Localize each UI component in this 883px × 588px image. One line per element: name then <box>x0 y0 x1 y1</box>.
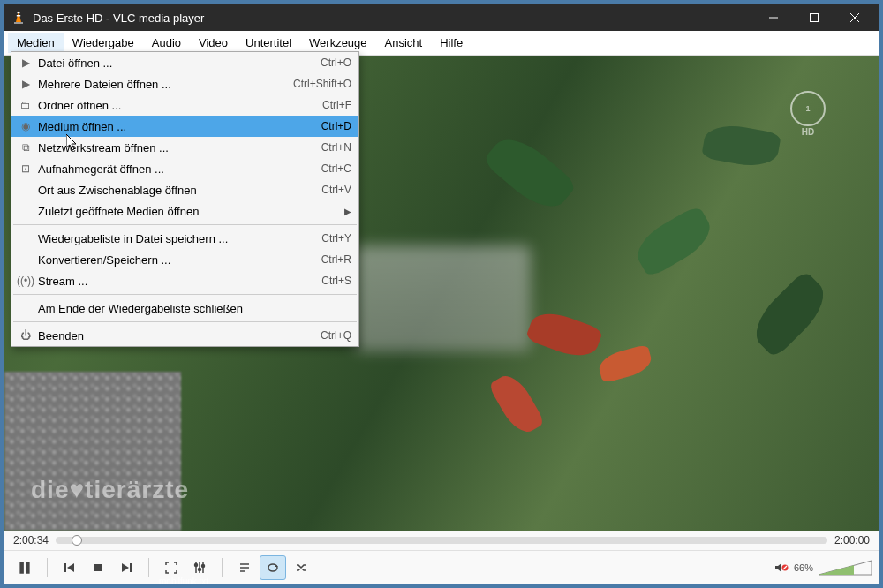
menu-untertitel[interactable]: Untertitel <box>237 33 300 53</box>
playlist-button[interactable] <box>231 555 258 580</box>
disc-icon: ◉ <box>17 120 34 132</box>
menu-open-folder[interactable]: 🗀 Ordner öffnen ... Ctrl+F <box>11 94 358 116</box>
controls-bar: 66% <box>4 550 879 584</box>
broadcast-watermark: die♥tierärzte <box>31 476 189 504</box>
quit-icon: ⏻ <box>17 329 34 342</box>
folder-icon: 🗀 <box>17 99 34 111</box>
taskbar-filename: mobilfunk.txt <box>159 577 208 586</box>
menu-open-multiple[interactable]: ▶ Mehrere Dateien öffnen ... Ctrl+Shift+… <box>11 73 358 94</box>
pause-button[interactable] <box>11 555 38 580</box>
volume-percent: 66% <box>794 562 813 573</box>
svg-rect-12 <box>94 564 102 571</box>
loop-button[interactable] <box>260 555 286 580</box>
menu-recent-media[interactable]: Zuletzt geöffnete Medien öffnen ▶ <box>11 200 358 222</box>
seek-slider[interactable] <box>56 537 827 544</box>
time-elapsed[interactable]: 2:00:34 <box>13 534 49 547</box>
stream-icon: ((•)) <box>17 275 34 287</box>
medien-dropdown: ▶ Datei öffnen ... Ctrl+O ▶ Mehrere Date… <box>11 51 359 347</box>
svg-marker-25 <box>775 563 781 572</box>
svg-rect-10 <box>64 563 66 572</box>
svg-point-18 <box>195 563 198 566</box>
svg-rect-9 <box>26 562 30 574</box>
menu-quit-after-playlist[interactable]: Am Ende der Wiedergabeliste schließen <box>11 298 358 319</box>
vlc-cone-icon <box>11 11 26 25</box>
menu-save-playlist[interactable]: Wiedergabeliste in Datei speichern ... C… <box>11 228 358 249</box>
svg-marker-11 <box>67 563 74 572</box>
time-bar: 2:00:34 2:00:00 <box>4 531 879 550</box>
svg-marker-14 <box>122 563 129 572</box>
menu-quit[interactable]: ⏻ Beenden Ctrl+Q <box>11 325 358 346</box>
svg-marker-24 <box>275 565 278 567</box>
menu-convert-save[interactable]: Konvertieren/Speichern ... Ctrl+R <box>11 249 358 270</box>
file-icon: ▶ <box>17 57 34 69</box>
capture-icon: ⊡ <box>17 162 34 175</box>
stop-button[interactable] <box>85 555 111 580</box>
menu-open-network[interactable]: ⧉ Netzwerkstream öffnen ... Ctrl+N <box>11 137 358 158</box>
menu-open-file[interactable]: ▶ Datei öffnen ... Ctrl+O <box>11 52 358 73</box>
shuffle-button[interactable] <box>288 555 314 580</box>
network-icon: ⧉ <box>17 141 34 154</box>
files-icon: ▶ <box>17 78 34 90</box>
minimize-button[interactable] <box>753 4 794 31</box>
svg-rect-2 <box>18 12 20 13</box>
menu-medien[interactable]: Medien <box>8 33 64 53</box>
submenu-arrow-icon: ▶ <box>344 207 351 216</box>
channel-logo-icon: 1 <box>790 91 826 126</box>
volume-slider[interactable] <box>819 559 872 577</box>
menu-open-disc[interactable]: ◉ Medium öffnen ... Ctrl+D <box>11 116 358 137</box>
svg-point-19 <box>199 568 201 570</box>
seek-thumb[interactable] <box>72 535 82 546</box>
next-button[interactable] <box>113 555 140 580</box>
menu-werkzeuge[interactable]: Werkzeuge <box>300 33 376 53</box>
svg-rect-1 <box>17 15 20 17</box>
mute-icon[interactable] <box>774 562 789 574</box>
menu-open-clipboard[interactable]: Ort aus Zwischenablage öffnen Ctrl+V <box>11 179 358 200</box>
close-button[interactable] <box>834 4 875 31</box>
previous-button[interactable] <box>57 555 83 580</box>
menu-audio[interactable]: Audio <box>143 33 190 53</box>
svg-rect-8 <box>19 562 24 574</box>
time-total[interactable]: 2:00:00 <box>834 534 870 547</box>
menu-open-capture[interactable]: ⊡ Aufnahmegerät öffnen ... Ctrl+C <box>11 158 358 179</box>
svg-point-20 <box>202 564 205 567</box>
menu-wiedergabe[interactable]: Wiedergabe <box>64 33 143 53</box>
menu-video[interactable]: Video <box>190 33 237 53</box>
svg-rect-3 <box>14 22 23 24</box>
titlebar: Das Erste HD - VLC media player <box>4 4 879 31</box>
menu-stream[interactable]: ((•)) Stream ... Ctrl+S <box>11 270 358 291</box>
window-title: Das Erste HD - VLC media player <box>33 11 753 25</box>
svg-rect-5 <box>811 14 819 22</box>
maximize-button[interactable] <box>794 4 834 31</box>
menu-hilfe[interactable]: Hilfe <box>431 33 472 53</box>
svg-rect-13 <box>130 563 132 572</box>
menu-ansicht[interactable]: Ansicht <box>376 33 432 53</box>
